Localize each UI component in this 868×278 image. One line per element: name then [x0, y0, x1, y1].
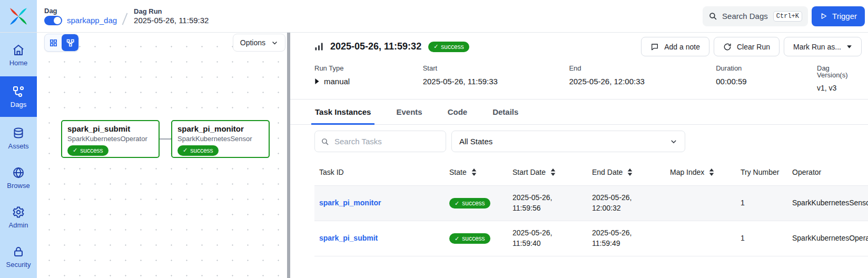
sidebar-item-browse[interactable]: Browse	[0, 160, 37, 196]
sidebar-item-label: Security	[6, 261, 31, 268]
search-dags-label: Search Dags	[722, 12, 768, 21]
sort-icon	[471, 168, 477, 176]
dag-edge	[160, 138, 171, 140]
map-index-cell	[665, 200, 736, 206]
add-note-button[interactable]: Add a note	[641, 37, 709, 56]
start-date-cell: 2025-05-26, 11:59:56	[508, 190, 571, 216]
check-icon: ✓	[433, 44, 438, 49]
task-id-link[interactable]: spark_pi_monitor	[319, 198, 381, 207]
sidebar-item-assets[interactable]: Assets	[0, 120, 37, 156]
mark-run-as-button[interactable]: Mark Run as...	[784, 37, 862, 56]
column-header-task-id: Task ID	[314, 168, 445, 176]
chevron-down-icon	[271, 39, 278, 46]
meta-label: Duration	[716, 65, 817, 72]
view-mode-toggle	[44, 34, 79, 52]
meta-label: End	[569, 65, 716, 72]
airflow-logo[interactable]	[0, 0, 37, 32]
dag-graph-nodes: spark_pi_submit SparkKubernetesOperator …	[61, 120, 270, 158]
task-node-operator: SparkKubernetesOperator	[67, 135, 153, 143]
top-bar: Dag sparkapp_dag Dag Run 2025-05-26, 11:…	[0, 0, 868, 33]
dag-label: Dag	[44, 7, 117, 14]
caret-right-icon	[314, 78, 319, 84]
lock-icon	[12, 245, 25, 258]
meta-label: Dag Version(s)	[817, 65, 862, 78]
task-node-title: spark_pi_submit	[67, 124, 153, 134]
end-date-cell: 2025-05-26, 11:59:49	[587, 225, 650, 252]
graph-view-button[interactable]	[62, 34, 78, 51]
search-icon	[321, 137, 329, 146]
sidebar-nav: Home Dags Assets Browse Admin Security	[0, 33, 37, 278]
task-node-title: spark_pi_monitor	[177, 124, 263, 134]
column-header-end-date[interactable]: End Date	[587, 168, 665, 176]
sidebar-item-label: Dags	[11, 101, 26, 108]
graph-options-button[interactable]: Options	[233, 34, 285, 52]
tab-details[interactable]: Details	[489, 107, 522, 125]
tab-code[interactable]: Code	[444, 107, 471, 125]
column-header-state[interactable]: State	[445, 168, 508, 176]
options-label: Options	[240, 38, 265, 47]
dag-icon	[12, 85, 25, 98]
grid-icon	[49, 38, 58, 47]
run-title: 2025-05-26, 11:59:32	[330, 41, 421, 52]
search-tasks-box	[314, 131, 446, 152]
try-number-cell: 1	[736, 230, 787, 247]
tab-events[interactable]: Events	[392, 107, 426, 125]
sidebar-item-home[interactable]: Home	[0, 37, 37, 73]
dag-pause-toggle[interactable]	[44, 16, 62, 25]
sidebar-item-label: Assets	[8, 143, 28, 150]
column-header-map-index[interactable]: Map Index	[665, 168, 736, 176]
gear-icon	[12, 206, 25, 219]
meta-value: 2025-05-26, 12:00:33	[569, 77, 716, 85]
check-icon: ✓	[455, 201, 459, 206]
dag-graph-panel: Options spark_pi_submit SparkKubernetesO…	[37, 33, 287, 278]
search-tasks-input[interactable]	[333, 136, 440, 146]
sort-icon	[627, 168, 633, 176]
trigger-label: Trigger	[832, 12, 857, 21]
task-id-link[interactable]: spark_pi_submit	[319, 234, 378, 242]
run-type-value[interactable]: manual	[314, 77, 423, 85]
column-header-try-number: Try Number	[736, 168, 787, 176]
state-filter-value: All States	[459, 137, 492, 146]
table-row: spark_pi_monitor ✓success 2025-05-26, 11…	[314, 186, 868, 221]
status-badge: ✓success	[449, 198, 490, 208]
status-badge: ✓success	[67, 145, 108, 156]
airflow-pinwheel-icon	[8, 6, 28, 26]
task-instances-table: Task ID State Start Date End Date Map In…	[314, 158, 868, 256]
end-date-cell: 2025-05-26, 12:00:32	[587, 190, 650, 216]
task-node-spark-pi-monitor[interactable]: spark_pi_monitor SparkKubernetesSensor ✓…	[171, 120, 270, 158]
breadcrumb-separator	[122, 13, 128, 25]
bar-chart-icon	[314, 42, 323, 51]
dag-run-label: Dag Run	[134, 8, 209, 15]
try-number-cell: 1	[736, 195, 787, 212]
database-icon	[12, 127, 25, 140]
meta-value: 00:00:59	[716, 77, 817, 85]
check-icon: ✓	[455, 236, 459, 242]
run-tabs: Task Instances Events Code Details	[290, 100, 868, 125]
state-filter-select[interactable]: All States	[451, 131, 685, 152]
sidebar-item-label: Admin	[9, 222, 28, 229]
meta-value: 2025-05-26, 11:59:33	[423, 77, 569, 85]
refresh-icon	[723, 43, 732, 51]
sidebar-item-dags[interactable]: Dags	[0, 76, 37, 117]
add-note-label: Add a note	[664, 43, 700, 51]
clear-run-button[interactable]: Clear Run	[714, 37, 780, 56]
search-dags-box[interactable]: Search Dags Ctrl+K	[703, 6, 808, 26]
column-header-start-date[interactable]: Start Date	[508, 168, 587, 176]
grid-view-button[interactable]	[45, 34, 62, 51]
task-node-spark-pi-submit[interactable]: spark_pi_submit SparkKubernetesOperator …	[61, 120, 160, 158]
check-icon: ✓	[183, 147, 188, 153]
run-details: 2025-05-26, 11:59:32 ✓success Add a note…	[290, 37, 868, 100]
sidebar-item-admin[interactable]: Admin	[0, 199, 37, 235]
trigger-button[interactable]: Trigger	[812, 6, 865, 26]
sort-icon	[550, 168, 556, 176]
run-meta: Run Type manual Start 2025-05-26, 11:59:…	[314, 65, 862, 92]
check-icon: ✓	[73, 147, 77, 153]
start-date-cell: 2025-05-26, 11:59:40	[508, 225, 571, 252]
play-icon	[820, 12, 827, 20]
meta-label: Run Type	[314, 65, 423, 72]
operator-cell: SparkKubernetesOperator	[787, 230, 868, 247]
search-icon	[708, 12, 717, 21]
dag-name-link[interactable]: sparkapp_dag	[67, 16, 117, 24]
tab-task-instances[interactable]: Task Instances	[311, 107, 374, 125]
sidebar-item-security[interactable]: Security	[0, 239, 37, 275]
